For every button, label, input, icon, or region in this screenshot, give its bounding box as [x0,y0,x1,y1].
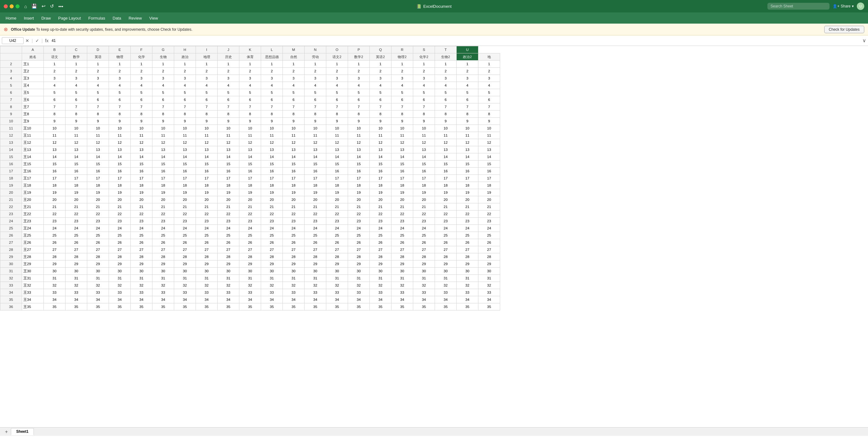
cell-J36[interactable]: 35 [218,303,239,310]
cell-O31[interactable]: 30 [326,268,348,275]
cell-G35[interactable]: 34 [152,296,174,303]
cell-G19[interactable]: 18 [152,182,174,189]
cell-L19[interactable]: 18 [261,182,283,189]
cell-I14[interactable]: 13 [196,146,218,153]
cell-Q5[interactable]: 4 [370,82,392,89]
cell-U24[interactable]: 23 [457,218,478,225]
cell-undefined20[interactable]: 19 [478,189,500,196]
cell-F36[interactable]: 35 [131,303,152,310]
cell-H32[interactable]: 31 [174,275,196,282]
cell-undefined6[interactable]: 5 [478,89,500,96]
cell-L35[interactable]: 34 [261,296,283,303]
cell-P12[interactable]: 11 [348,132,370,139]
cell-K3[interactable]: 2 [239,68,261,75]
cell-M22[interactable]: 21 [283,203,305,211]
cell-B33[interactable]: 32 [44,282,65,289]
cell-K23[interactable]: 22 [239,211,261,218]
cell-F32[interactable]: 31 [131,275,152,282]
cell-L30[interactable]: 29 [261,260,283,268]
cell-T27[interactable]: 26 [435,239,457,246]
cell-H22[interactable]: 21 [174,203,196,211]
cell-R36[interactable]: 35 [392,303,413,310]
cell-I29[interactable]: 28 [196,253,218,260]
cell-K21[interactable]: 20 [239,196,261,203]
cell-N26[interactable]: 25 [305,232,326,239]
cell-N19[interactable]: 18 [305,182,326,189]
cell-T18[interactable]: 17 [435,175,457,182]
cell-U33[interactable]: 32 [457,282,478,289]
cell-J21[interactable]: 20 [218,196,239,203]
cell-O23[interactable]: 22 [326,211,348,218]
cell-T36[interactable]: 35 [435,303,457,310]
cell-R4[interactable]: 3 [392,75,413,82]
formula-function-icon[interactable]: fx [45,38,49,43]
cell-Q17[interactable]: 16 [370,168,392,175]
cell-R31[interactable]: 30 [392,268,413,275]
cell-D34[interactable]: 33 [87,289,109,296]
cell-A6[interactable]: 王5 [22,89,44,96]
cell-P36[interactable]: 35 [348,303,370,310]
cell-U9[interactable]: 8 [457,111,478,118]
cell-undefined21[interactable]: 20 [478,196,500,203]
cell-F35[interactable]: 34 [131,296,152,303]
cell-L25[interactable]: 24 [261,225,283,232]
col-header-L[interactable]: L [261,46,283,53]
cell-E9[interactable]: 8 [109,111,131,118]
cell-M18[interactable]: 17 [283,175,305,182]
cell-B26[interactable]: 25 [44,232,65,239]
cell-N22[interactable]: 21 [305,203,326,211]
col-header-K[interactable]: K [239,46,261,53]
formula-expand-icon[interactable]: ∨ [862,38,866,43]
cell-S19[interactable]: 18 [413,182,435,189]
cell-I25[interactable]: 24 [196,225,218,232]
cell-H16[interactable]: 15 [174,160,196,168]
cell-E22[interactable]: 21 [109,203,131,211]
cell-A33[interactable]: 王32 [22,282,44,289]
cell-undefined32[interactable]: 31 [478,275,500,282]
cell-K6[interactable]: 5 [239,89,261,96]
cell-G3[interactable]: 2 [152,68,174,75]
cell-H27[interactable]: 26 [174,239,196,246]
col-header-G[interactable]: G [152,46,174,53]
cell-Q8[interactable]: 7 [370,103,392,111]
cell-J24[interactable]: 23 [218,218,239,225]
cell-G4[interactable]: 3 [152,75,174,82]
cell-O15[interactable]: 14 [326,153,348,160]
cell-undefined11[interactable]: 10 [478,125,500,132]
cell-I18[interactable]: 17 [196,175,218,182]
cell-S4[interactable]: 3 [413,75,435,82]
cell-N2[interactable]: 1 [305,61,326,68]
cell-G24[interactable]: 23 [152,218,174,225]
cell-C4[interactable]: 3 [65,75,87,82]
cell-U23[interactable]: 22 [457,211,478,218]
cell-S14[interactable]: 13 [413,146,435,153]
cell-H30[interactable]: 29 [174,260,196,268]
col-header-H[interactable]: H [174,46,196,53]
cell-N4[interactable]: 3 [305,75,326,82]
cell-R35[interactable]: 34 [392,296,413,303]
cell-G29[interactable]: 28 [152,253,174,260]
cell-T22[interactable]: 21 [435,203,457,211]
cell-D7[interactable]: 6 [87,96,109,103]
undo-icon[interactable]: ↩ [40,2,47,10]
cell-D35[interactable]: 34 [87,296,109,303]
cell-O25[interactable]: 24 [326,225,348,232]
cell-A9[interactable]: 王8 [22,111,44,118]
cell-E2[interactable]: 1 [109,61,131,68]
cell-I12[interactable]: 11 [196,132,218,139]
cell-M35[interactable]: 34 [283,296,305,303]
cell-I30[interactable]: 29 [196,260,218,268]
cell-G26[interactable]: 25 [152,232,174,239]
spreadsheet-container[interactable]: ABCDEFGHIJKLMNOPQRSTU姓名语文数学英语物理化学生物政治地理历… [0,46,868,427]
cell-D33[interactable]: 32 [87,282,109,289]
cell-N15[interactable]: 14 [305,153,326,160]
cell-I26[interactable]: 25 [196,232,218,239]
cell-H3[interactable]: 2 [174,68,196,75]
cell-K13[interactable]: 12 [239,139,261,146]
cell-undefined10[interactable]: 9 [478,118,500,125]
cell-R21[interactable]: 20 [392,196,413,203]
cell-R2[interactable]: 1 [392,61,413,68]
menu-item-pagelayout[interactable]: Page Layout [55,14,84,22]
cell-D2[interactable]: 1 [87,61,109,68]
cell-E36[interactable]: 35 [109,303,131,310]
